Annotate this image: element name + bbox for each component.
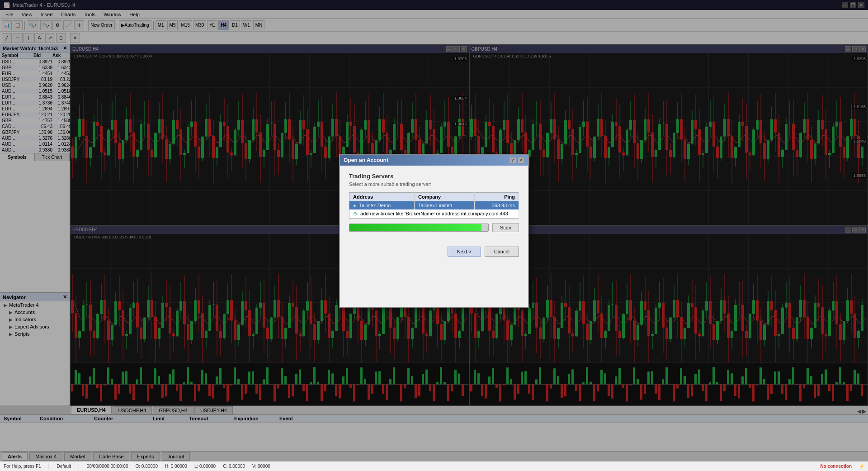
- server-address-0: ● Tallinex-Demo: [349, 201, 415, 209]
- dialog-subtitle: Select a more suitable trading server:: [349, 181, 519, 187]
- col-address: Address: [349, 192, 415, 201]
- dialog-titlebar: Open an Account ? ×: [340, 155, 528, 166]
- dialog-close-button[interactable]: ×: [517, 157, 524, 163]
- progress-bar-fill: [349, 224, 481, 231]
- statusbar: For Help, press F1 | Default | 00/00/000…: [0, 461, 868, 471]
- status-connection-icon: ⚡: [859, 464, 864, 469]
- server-company-0: Tallinex Limited: [415, 201, 475, 209]
- col-ping: Ping: [474, 192, 519, 201]
- next-button[interactable]: Next >: [448, 247, 481, 257]
- server-table-body: ● Tallinex-Demo Tallinex Limited 363.93 …: [349, 201, 519, 218]
- status-coords: 00/00/0000 00:00:00: [87, 464, 128, 469]
- status-connection: No connection: [821, 464, 852, 469]
- status-sep1: |: [48, 464, 50, 469]
- add-broker-cell: ⊕ add new broker like 'BrokerName' or ad…: [349, 209, 519, 219]
- dialog-title: Open an Account: [344, 157, 388, 163]
- server-ping-0: 363.93 ms: [474, 201, 519, 209]
- cancel-button[interactable]: Cancel: [485, 247, 519, 257]
- server-connected-icon: ●: [353, 203, 356, 208]
- dialog-body: Trading Servers Select a more suitable t…: [340, 166, 528, 243]
- status-l: L: 0.00000: [194, 464, 216, 469]
- server-table: Address Company Ping ● Tallinex-Demo Tal…: [349, 192, 519, 219]
- status-h: H: 0.00000: [165, 464, 187, 469]
- status-sep2: |: [78, 464, 80, 469]
- server-row-1[interactable]: ⊕ add new broker like 'BrokerName' or ad…: [349, 209, 519, 219]
- dialog-footer: Next > Cancel: [340, 243, 528, 263]
- add-broker-text: add new broker like 'BrokerName' or addr…: [360, 211, 508, 216]
- status-help: For Help, press F1: [4, 464, 41, 469]
- status-v: V: 00000: [252, 464, 270, 469]
- dialog-help-button[interactable]: ?: [509, 157, 516, 163]
- open-account-dialog: Open an Account ? × Trading Servers Sele…: [339, 154, 529, 308]
- modal-overlay: Open an Account ? × Trading Servers Sele…: [0, 0, 868, 461]
- status-c: C: 0.00000: [223, 464, 245, 469]
- status-o: O: 0.00000: [135, 464, 157, 469]
- dialog-section-title: Trading Servers: [349, 173, 519, 180]
- col-company: Company: [415, 192, 475, 201]
- status-default: Default: [57, 464, 71, 469]
- dialog-titlebar-buttons: ? ×: [509, 157, 524, 163]
- scan-button[interactable]: Scan: [492, 223, 519, 232]
- server-row-0[interactable]: ● Tallinex-Demo Tallinex Limited 363.93 …: [349, 201, 519, 209]
- add-broker-icon: ⊕: [353, 211, 357, 216]
- progress-row: Scan: [349, 223, 519, 232]
- progress-bar-background: [349, 224, 489, 232]
- server-table-header: Address Company Ping: [349, 192, 519, 201]
